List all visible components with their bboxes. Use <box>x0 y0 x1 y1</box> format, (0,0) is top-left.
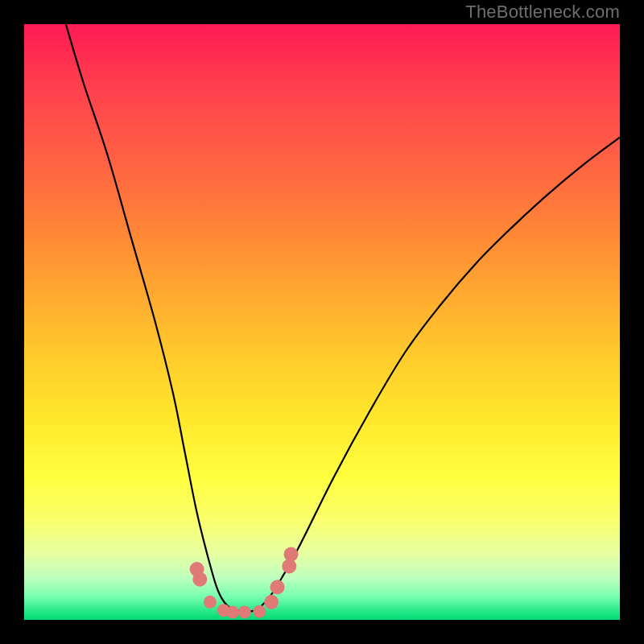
curve-line <box>66 24 620 612</box>
marker-point <box>204 596 217 609</box>
marker-group <box>190 547 299 619</box>
marker-point <box>238 605 251 618</box>
marker-point <box>270 580 285 594</box>
chart-svg <box>24 24 620 620</box>
marker-point <box>226 605 239 618</box>
outer-frame: TheBottleneck.com <box>0 0 644 644</box>
marker-point <box>284 547 299 562</box>
marker-point <box>192 572 207 587</box>
marker-point <box>264 595 279 609</box>
watermark-text: TheBottleneck.com <box>465 2 620 23</box>
plot-area <box>24 24 620 620</box>
marker-point <box>253 605 266 618</box>
